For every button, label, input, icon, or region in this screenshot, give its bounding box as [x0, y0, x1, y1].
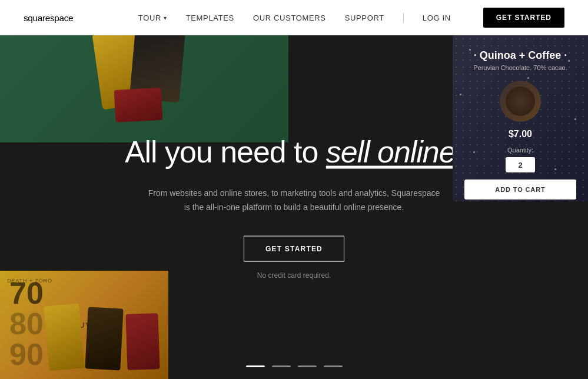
nav-log-in[interactable]: Log In	[423, 14, 451, 22]
nav-our-customers[interactable]: Our Customers	[253, 14, 326, 22]
nav-links: Tour Templates Our Customers Support Log…	[138, 13, 451, 22]
product-price: $7.00	[464, 129, 576, 139]
headline-part1: All you need to	[125, 135, 318, 169]
hero-main-content: All you need to sell online. From websit…	[88, 135, 500, 280]
dot-3[interactable]	[298, 365, 317, 367]
product-circle-inner	[506, 87, 535, 116]
product-title-dot-left: ·	[474, 49, 477, 61]
logo[interactable]: squarespace	[24, 9, 106, 26]
product-image-area	[464, 81, 576, 122]
dot-1[interactable]	[246, 365, 265, 367]
product-title-text: Quinoa + Coffee	[480, 49, 562, 61]
nav-divider	[403, 13, 404, 22]
quantity-label: Quantity:	[464, 147, 576, 154]
svg-text:squarespace: squarespace	[24, 13, 73, 23]
quantity-value[interactable]: 2	[506, 157, 535, 172]
dot-4[interactable]	[324, 365, 343, 367]
navbar: squarespace Tour Templates Our Customers…	[0, 0, 588, 35]
hero-cta-button[interactable]: Get Started	[244, 235, 344, 261]
chocolate-packages-image	[85, 35, 203, 124]
quantity-input-wrapper: 2	[464, 157, 576, 172]
slide-indicators	[246, 365, 343, 367]
bottom-left-content: Death + Zoro 70 80 90 Peruvian	[0, 271, 168, 379]
product-title: · Quinoa + Coffee ·	[464, 49, 576, 62]
hero-green-block	[0, 35, 288, 142]
nav-get-started-button[interactable]: Get Started	[483, 8, 564, 28]
hero-subheadline: From websites and online stores, to mark…	[147, 187, 441, 215]
add-to-cart-button[interactable]: Add To Cart	[464, 179, 576, 200]
product-title-dot-right: ·	[564, 49, 567, 61]
bottom-pack-2	[85, 307, 123, 371]
hero-product-image	[0, 35, 288, 142]
product-circle	[500, 81, 541, 122]
dot-2[interactable]	[272, 365, 291, 367]
nav-support[interactable]: Support	[345, 14, 384, 22]
choco-pack-red	[114, 88, 163, 122]
star-3	[460, 94, 461, 95]
bottom-pack-1	[44, 304, 84, 371]
product-card: · Quinoa + Coffee · Peruvian Chocolate. …	[453, 35, 588, 201]
nav-templates[interactable]: Templates	[186, 14, 234, 22]
hero-headline: All you need to sell online.	[88, 135, 500, 169]
nav-tour[interactable]: Tour	[138, 14, 167, 22]
hero-section: All you need to sell online. From websit…	[0, 35, 588, 379]
product-subtitle: Peruvian Chocolate. 70% cacao.	[464, 64, 576, 71]
bottom-pack-3	[125, 313, 160, 370]
star-7	[527, 77, 529, 79]
pct-80: 80	[9, 308, 44, 339]
percentage-stack: 70 80 90	[9, 278, 44, 370]
pct-70: 70	[9, 278, 44, 308]
headline-part2: sell online.	[326, 135, 463, 169]
bottom-left-product-image: Death + Zoro 70 80 90 Peruvian	[0, 271, 168, 379]
pct-90: 90	[9, 339, 44, 370]
